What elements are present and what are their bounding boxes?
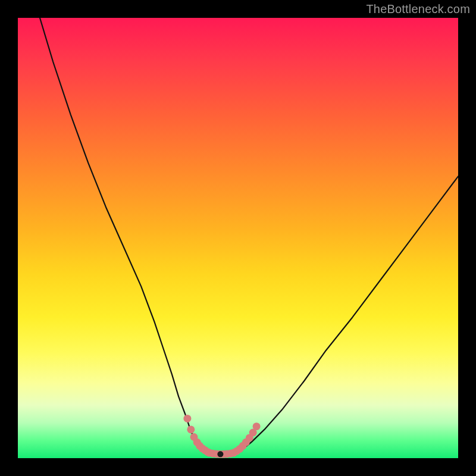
watermark-text: TheBottleneck.com xyxy=(366,2,470,16)
chart-frame: TheBottleneck.com xyxy=(0,0,476,476)
plot-area xyxy=(18,18,458,458)
